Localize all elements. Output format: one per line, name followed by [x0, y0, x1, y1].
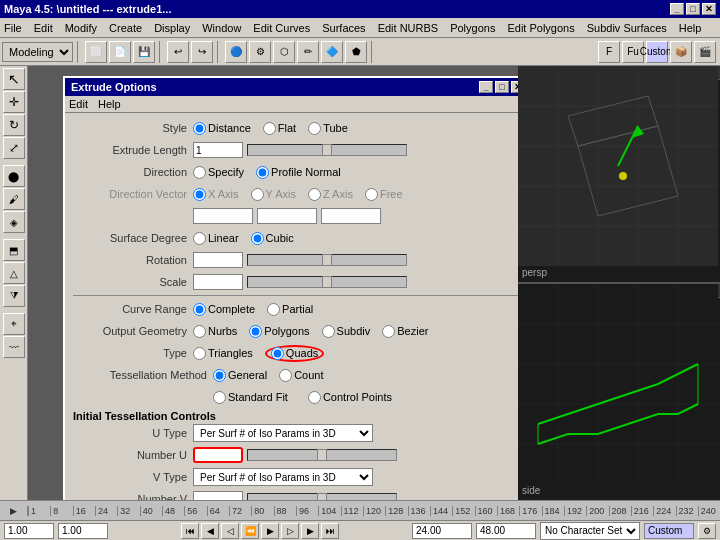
shelf-btn-2[interactable]: 🎬	[694, 41, 716, 63]
og-subdiv[interactable]: Subdiv	[322, 325, 371, 338]
toolbar-btn-4[interactable]: ↩	[167, 41, 189, 63]
toolbar-btn-8[interactable]: ⬡	[273, 41, 295, 63]
time-current-field[interactable]: 1.00	[58, 523, 108, 539]
tool-4[interactable]: ⬒	[3, 239, 25, 261]
cr-partial[interactable]: Partial	[267, 303, 313, 316]
number-u-slider[interactable]	[247, 449, 397, 461]
menu-modify[interactable]: Modify	[65, 22, 97, 34]
dv-y-input[interactable]: 0.0000	[257, 208, 317, 224]
tool-8[interactable]: 〰	[3, 336, 25, 358]
tess-ctrlpts[interactable]: Control Points	[308, 391, 392, 404]
tess-stdfit[interactable]: Standard Fit	[213, 391, 288, 404]
style-flat[interactable]: Flat	[263, 122, 296, 135]
extrude-length-slider[interactable]	[247, 144, 407, 156]
style-distance[interactable]: Distance	[193, 122, 251, 135]
toolbar-btn-1[interactable]: ⬜	[85, 41, 107, 63]
fluid-btn[interactable]: F	[598, 41, 620, 63]
scale-tool[interactable]: ⤢	[3, 137, 25, 159]
dv-z-input[interactable]: 1.0000	[321, 208, 381, 224]
select-tool[interactable]: ↖	[3, 68, 25, 90]
dialog-maximize[interactable]: □	[495, 81, 509, 93]
dialog-menu-edit[interactable]: Edit	[69, 98, 88, 110]
prev-key-btn[interactable]: ◁	[221, 523, 239, 539]
minimize-btn[interactable]: _	[670, 3, 684, 15]
shelf-btn-1[interactable]: 📦	[670, 41, 692, 63]
dv-free[interactable]: Free	[365, 188, 403, 201]
timeline[interactable]: ▶ 1 8 16 24 32 40 48 56 64 72 80 88 96 1…	[0, 500, 720, 520]
prefs-btn[interactable]: ⚙	[698, 523, 716, 539]
scale-input[interactable]: 1.0000	[193, 274, 243, 290]
play-back-btn[interactable]: ⏪	[241, 523, 259, 539]
menu-subdiv[interactable]: Subdiv Surfaces	[587, 22, 667, 34]
menu-edit-nurbs[interactable]: Edit NURBS	[378, 22, 439, 34]
toolbar-btn-9[interactable]: ✏	[297, 41, 319, 63]
persp-panel[interactable]: Show Panels	[518, 66, 720, 282]
style-tube[interactable]: Tube	[308, 122, 348, 135]
dialog-menu-help[interactable]: Help	[98, 98, 121, 110]
time-start-field[interactable]: 1.00	[4, 523, 54, 539]
toolbar-btn-6[interactable]: 🔵	[225, 41, 247, 63]
toolbar-btn-7[interactable]: ⚙	[249, 41, 271, 63]
u-type-select[interactable]: Per Surf # of Iso Params in 3D	[193, 424, 373, 442]
go-start-btn[interactable]: ⏮	[181, 523, 199, 539]
next-key-btn[interactable]: ▷	[281, 523, 299, 539]
extrude-length-input[interactable]	[193, 142, 243, 158]
cr-complete[interactable]: Complete	[193, 303, 255, 316]
sd-linear[interactable]: Linear	[193, 232, 239, 245]
menu-edit-curves[interactable]: Edit Curves	[253, 22, 310, 34]
go-end-btn[interactable]: ⏭	[321, 523, 339, 539]
tess-general[interactable]: General	[213, 369, 267, 382]
og-polygons[interactable]: Polygons	[249, 325, 309, 338]
rotation-input[interactable]: 0.0000	[193, 252, 243, 268]
maximize-btn[interactable]: □	[686, 3, 700, 15]
tool-3[interactable]: ◈	[3, 211, 25, 233]
paint-tool[interactable]: 🖌	[3, 188, 25, 210]
time-out-field[interactable]: 48.00	[476, 523, 536, 539]
toolbar-btn-10[interactable]: 🔷	[321, 41, 343, 63]
dv-xaxis[interactable]: X Axis	[193, 188, 239, 201]
menu-edit-polygons[interactable]: Edit Polygons	[507, 22, 574, 34]
play-fwd-btn[interactable]: ▶	[261, 523, 279, 539]
toolbar-btn-2[interactable]: 📄	[109, 41, 131, 63]
side-panel[interactable]: show Panels	[518, 282, 720, 500]
menu-display[interactable]: Display	[154, 22, 190, 34]
char-set-select[interactable]: No Character Set	[540, 522, 640, 540]
dialog-minimize[interactable]: _	[479, 81, 493, 93]
move-tool[interactable]: ✛	[3, 91, 25, 113]
toolbar-btn-3[interactable]: 💾	[133, 41, 155, 63]
dv-zaxis[interactable]: Z Axis	[308, 188, 353, 201]
scale-slider[interactable]	[247, 276, 407, 288]
menu-create[interactable]: Create	[109, 22, 142, 34]
dialog-close-icon[interactable]: ✕	[511, 81, 518, 93]
type-quads[interactable]: Quads	[265, 345, 324, 362]
menu-file[interactable]: File	[4, 22, 22, 34]
number-v-slider[interactable]	[247, 493, 397, 500]
toolbar-btn-5[interactable]: ↪	[191, 41, 213, 63]
menu-help[interactable]: Help	[679, 22, 702, 34]
tool-5[interactable]: △	[3, 262, 25, 284]
og-nurbs[interactable]: Nurbs	[193, 325, 237, 338]
dir-specify[interactable]: Specify	[193, 166, 244, 179]
v-type-select[interactable]: Per Surf # of Iso Params in 3D	[193, 468, 373, 486]
toolbar-btn-11[interactable]: ⬟	[345, 41, 367, 63]
tess-count[interactable]: Count	[279, 369, 323, 382]
prev-frame-btn[interactable]: ◀	[201, 523, 219, 539]
dv-yaxis[interactable]: Y Axis	[251, 188, 296, 201]
number-u-input[interactable]: 1	[193, 447, 243, 463]
number-v-input[interactable]: 1	[193, 491, 243, 500]
rotate-tool[interactable]: ↻	[3, 114, 25, 136]
next-frame-btn[interactable]: ▶	[301, 523, 319, 539]
mode-dropdown[interactable]: Modeling	[2, 42, 73, 62]
rotation-slider[interactable]	[247, 254, 407, 266]
custom-field[interactable]: Custom	[644, 523, 694, 539]
menu-surfaces[interactable]: Surfaces	[322, 22, 365, 34]
og-bezier[interactable]: Bezier	[382, 325, 428, 338]
dir-profile-normal[interactable]: Profile Normal	[256, 166, 341, 179]
menu-polygons[interactable]: Polygons	[450, 22, 495, 34]
tool-6[interactable]: ⧩	[3, 285, 25, 307]
close-btn[interactable]: ✕	[702, 3, 716, 15]
menu-window[interactable]: Window	[202, 22, 241, 34]
tool-7[interactable]: ⌖	[3, 313, 25, 335]
sd-cubic[interactable]: Cubic	[251, 232, 294, 245]
custom-btn[interactable]: Custom	[646, 41, 668, 63]
